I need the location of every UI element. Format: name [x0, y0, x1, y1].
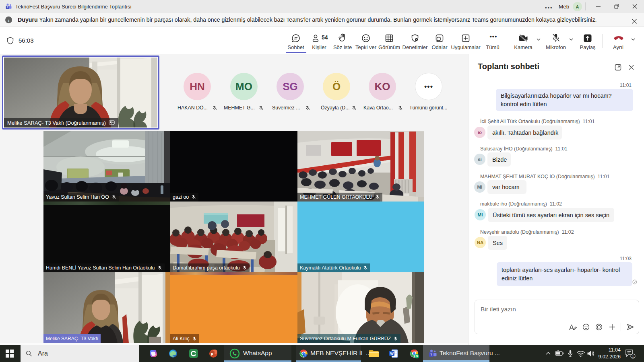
svg-text:2: 2 [304, 354, 306, 357]
svg-text:1: 1 [632, 355, 634, 358]
svg-text:W: W [390, 352, 394, 356]
svg-text:T: T [430, 353, 432, 356]
svg-text:P: P [211, 352, 213, 356]
svg-text:N: N [416, 354, 418, 358]
